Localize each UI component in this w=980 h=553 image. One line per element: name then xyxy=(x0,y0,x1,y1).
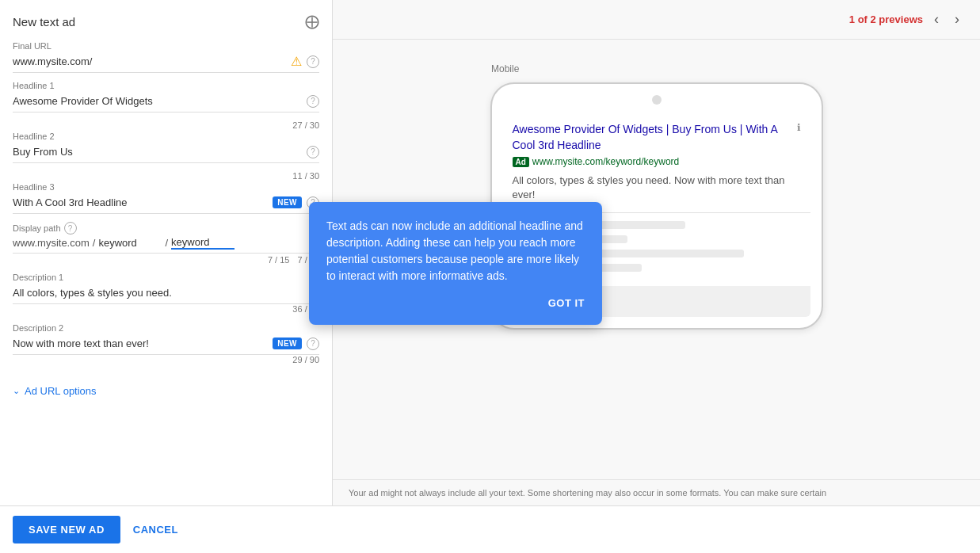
headline1-label: Headline 1 xyxy=(13,81,319,90)
headline1-help-icon[interactable]: ? xyxy=(307,95,319,108)
display-path-input2[interactable] xyxy=(171,236,235,250)
description2-section: Description 2 NEW ? 29 / 90 xyxy=(13,323,319,366)
ad-url-options[interactable]: ⌄ Ad URL options xyxy=(13,374,319,408)
final-url-help-icon[interactable]: ? xyxy=(307,55,319,68)
display-path-sep1: / xyxy=(93,237,96,249)
next-preview-button[interactable]: › xyxy=(950,10,964,29)
display-path-counters: 7 / 15 7 / 15 xyxy=(13,255,319,265)
tooltip-text: Text ads can now include an additional h… xyxy=(326,218,585,284)
ad-description: All colors, types & styles you need. Now… xyxy=(513,174,801,202)
headline1-input[interactable] xyxy=(13,93,302,109)
headline1-input-row: ? xyxy=(13,93,319,113)
preview-of-label: of 2 previews xyxy=(858,13,923,25)
final-url-input-row: ⚠ ? xyxy=(13,54,319,73)
panel-title: New text ad xyxy=(13,15,75,29)
warning-icon: ⚠ xyxy=(291,54,302,69)
headline2-label: Headline 2 xyxy=(13,132,319,141)
final-url-section: Final URL ⚠ ? xyxy=(13,41,319,73)
save-new-ad-button[interactable]: SAVE NEW AD xyxy=(13,516,120,543)
phone-camera xyxy=(652,95,662,105)
description1-counter: 36 / 90 xyxy=(13,304,319,314)
headline2-help-icon[interactable]: ? xyxy=(307,146,319,158)
ad-display-url: www.mysite.com/keyword/keyword xyxy=(532,156,679,167)
preview-current: 1 xyxy=(849,13,855,25)
cancel-button[interactable]: CANCEL xyxy=(133,524,178,536)
description2-counter: 29 / 90 xyxy=(13,355,319,364)
bookmark-icon[interactable]: ⨁ xyxy=(305,13,319,30)
display-path-counter1: 7 / 15 xyxy=(268,255,290,265)
display-path-base: www.mysite.com xyxy=(13,237,90,249)
ad-card: Awesome Provider Of Widgets | Buy From U… xyxy=(503,113,810,213)
preview-counter: 1 of 2 previews xyxy=(849,13,923,25)
description1-input[interactable] xyxy=(13,285,319,300)
tooltip-actions: GOT IT xyxy=(326,297,585,309)
display-path-help-icon[interactable]: ? xyxy=(64,222,77,235)
disclaimer-text: Your ad might not always include all you… xyxy=(333,479,980,505)
headline1-section: Headline 1 ? xyxy=(13,81,319,113)
prev-preview-button[interactable]: ‹ xyxy=(929,10,944,29)
got-it-button[interactable]: GOT IT xyxy=(548,297,585,309)
ad-headline: Awesome Provider Of Widgets | Buy From U… xyxy=(513,122,797,153)
display-path-input1[interactable] xyxy=(98,237,162,249)
preview-header: 1 of 2 previews ‹ › xyxy=(333,0,980,40)
description2-input-row: NEW ? xyxy=(13,336,319,355)
bottom-bar: SAVE NEW AD CANCEL xyxy=(0,505,980,553)
headline2-section: 27 / 30 Headline 2 ? xyxy=(13,120,319,163)
mobile-label: Mobile xyxy=(491,63,519,74)
headline3-counter: 11 / 30 xyxy=(13,171,319,181)
headline3-section: 11 / 30 Headline 3 NEW ? xyxy=(13,171,319,214)
final-url-input[interactable] xyxy=(13,54,286,69)
description2-input[interactable] xyxy=(13,336,268,351)
panel-title-row: New text ad ⨁ xyxy=(13,13,319,30)
ad-badge: Ad xyxy=(513,157,529,167)
description2-label: Description 2 xyxy=(13,323,319,333)
headline3-new-badge: NEW xyxy=(273,196,302,208)
headline2-counter: 27 / 30 xyxy=(13,120,319,130)
description1-section: Description 1 36 / 90 xyxy=(13,273,319,315)
headline3-input[interactable] xyxy=(13,195,268,210)
display-path-label: Display path ? xyxy=(13,222,77,235)
display-path-sep2: / xyxy=(165,237,168,249)
description2-help-icon[interactable]: ? xyxy=(307,338,319,350)
ad-info-icon: ℹ xyxy=(797,122,801,133)
description1-label: Description 1 xyxy=(13,273,319,282)
description2-end: NEW ? xyxy=(273,338,319,350)
left-panel: New text ad ⨁ Final URL ⚠ ? Headline 1 ? xyxy=(0,0,333,505)
ad-url-options-label: Ad URL options xyxy=(25,385,97,397)
final-url-label: Final URL xyxy=(13,41,319,51)
headline3-input-row: NEW ? xyxy=(13,195,319,214)
display-path-row: www.mysite.com / / xyxy=(13,236,319,254)
headline2-input[interactable] xyxy=(13,144,302,159)
ad-url-row: Ad www.mysite.com/keyword/keyword xyxy=(513,156,797,167)
chevron-down-icon: ⌄ xyxy=(13,386,20,396)
headline2-input-row: ? xyxy=(13,144,319,163)
description2-new-badge: NEW xyxy=(273,338,302,349)
display-path-section: Display path ? 24 www.mysite.com / / 7 /… xyxy=(13,222,319,265)
description1-input-row xyxy=(13,285,319,304)
tooltip-popup: Text ads can now include an additional h… xyxy=(309,202,602,325)
headline3-label: Headline 3 xyxy=(13,182,319,192)
